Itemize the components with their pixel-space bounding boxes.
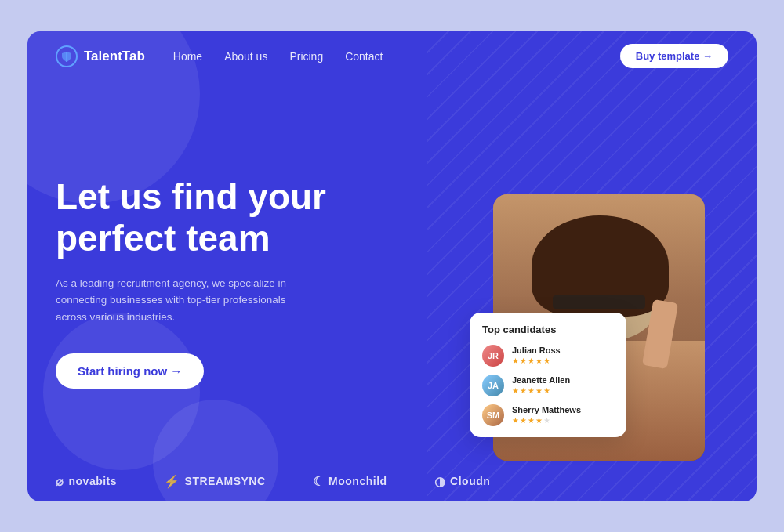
candidate-name: Jeanette Allen xyxy=(512,375,570,385)
candidate-info: Julian Ross ★ ★ ★ ★ ★ xyxy=(512,346,561,365)
star-rating: ★ ★ ★ ★ ★ xyxy=(512,416,581,425)
star: ★ xyxy=(512,416,519,425)
nav-about[interactable]: About us xyxy=(224,50,267,63)
star: ★ xyxy=(520,386,527,395)
avatar: SM xyxy=(482,404,504,426)
star: ★ xyxy=(528,416,535,425)
candidates-card: Top candidates JR Julian Ross ★ ★ ★ ★ ★ xyxy=(470,313,626,437)
star-empty: ★ xyxy=(543,416,550,425)
start-hiring-button[interactable]: Start hiring now → xyxy=(56,353,204,389)
main-window: TalentTab Home About us Pricing Contact … xyxy=(27,31,757,501)
avatar: JR xyxy=(482,345,504,367)
star: ★ xyxy=(512,386,519,395)
star-rating: ★ ★ ★ ★ ★ xyxy=(512,356,561,365)
streamsync-label: STREAMSYNC xyxy=(185,475,266,487)
partner-streamsync: ⚡ STREAMSYNC xyxy=(164,474,266,489)
star: ★ xyxy=(535,386,543,395)
moonchild-label: Moonchild xyxy=(328,475,387,487)
star-rating: ★ ★ ★ ★ ★ xyxy=(512,386,570,395)
partner-moonchild: ☾ Moonchild xyxy=(313,474,387,489)
candidate-info: Sherry Matthews ★ ★ ★ ★ ★ xyxy=(512,405,581,425)
hero-right: Top candidates JR Julian Ross ★ ★ ★ ★ ★ xyxy=(477,97,728,461)
hero-title: Let us find your perfect team xyxy=(56,176,369,259)
star: ★ xyxy=(535,356,543,365)
cloudn-label: Cloudn xyxy=(450,475,490,487)
novabits-label: novabits xyxy=(69,475,118,487)
partner-novabits: ⌀ novabits xyxy=(56,474,117,489)
navbar: TalentTab Home About us Pricing Contact … xyxy=(27,31,757,81)
cloudn-icon: ◑ xyxy=(434,474,446,489)
hero-subtitle: As a leading recruitment agency, we spec… xyxy=(56,275,307,326)
nav-contact[interactable]: Contact xyxy=(345,50,383,63)
star: ★ xyxy=(528,356,535,365)
candidates-card-title: Top candidates xyxy=(482,324,614,335)
candidate-info: Jeanette Allen ★ ★ ★ ★ ★ xyxy=(512,375,570,395)
candidate-row: SM Sherry Matthews ★ ★ ★ ★ ★ xyxy=(482,404,614,426)
partners-bar: ⌀ novabits ⚡ STREAMSYNC ☾ Moonchild ◑ Cl… xyxy=(27,461,757,501)
nav-home[interactable]: Home xyxy=(173,50,202,63)
candidate-row: JR Julian Ross ★ ★ ★ ★ ★ xyxy=(482,345,614,367)
candidate-name: Sherry Matthews xyxy=(512,405,581,414)
main-content: Let us find your perfect team As a leadi… xyxy=(27,81,757,461)
star: ★ xyxy=(543,386,550,395)
partner-cloudn: ◑ Cloudn xyxy=(434,474,491,489)
logo[interactable]: TalentTab xyxy=(56,45,145,67)
glasses xyxy=(553,295,646,309)
star: ★ xyxy=(520,356,527,365)
candidate-name: Julian Ross xyxy=(512,346,561,355)
logo-icon xyxy=(56,45,78,67)
streamsync-icon: ⚡ xyxy=(164,474,180,489)
candidate-row: JA Jeanette Allen ★ ★ ★ ★ ★ xyxy=(482,375,614,396)
nav-links: Home About us Pricing Contact xyxy=(173,50,620,63)
star: ★ xyxy=(528,386,535,395)
avatar: JA xyxy=(482,375,504,396)
brand-name: TalentTab xyxy=(84,49,145,64)
star: ★ xyxy=(512,356,519,365)
buy-template-button[interactable]: Buy template → xyxy=(620,44,728,68)
hero-left: Let us find your perfect team As a leadi… xyxy=(56,97,477,461)
star: ★ xyxy=(543,356,550,365)
star: ★ xyxy=(535,416,543,425)
star: ★ xyxy=(520,416,527,425)
novabits-icon: ⌀ xyxy=(56,474,64,489)
moonchild-icon: ☾ xyxy=(313,474,325,489)
nav-pricing[interactable]: Pricing xyxy=(289,50,323,63)
